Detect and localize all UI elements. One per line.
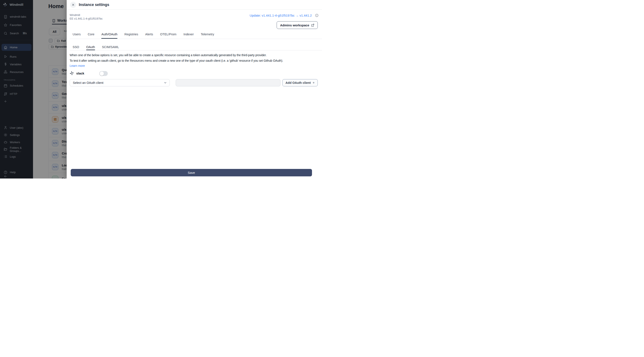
external-link-icon [311, 24, 314, 27]
subtab-sso[interactable]: SSO [72, 42, 79, 50]
oauth-client-input[interactable] [176, 79, 280, 86]
tab-telemetry[interactable]: Telemetry [201, 31, 214, 39]
drawer-header: Instance settings [67, 0, 322, 9]
subtab-scim-saml[interactable]: SCIM/SAML [102, 42, 119, 50]
description-line-1: When one of the below options is set, yo… [70, 53, 316, 57]
instance-version: EE v1.441.1-4-g51f5197bc [70, 17, 103, 21]
chevron-down-icon [164, 81, 167, 84]
oauth-client-select[interactable]: Select an OAuth client [70, 79, 170, 86]
update-version-link[interactable]: Update: v1.441.1-4-g51f5197bc → v1.441.2 [250, 14, 312, 17]
info-icon[interactable] [315, 14, 318, 17]
tab-alerts[interactable]: Alerts [145, 31, 153, 39]
slack-oauth-toggle[interactable] [99, 71, 108, 76]
add-oauth-client-label: Add OAuth client [286, 81, 311, 84]
add-oauth-client-button[interactable]: Add OAuth client + [282, 79, 318, 86]
subtab-oauth[interactable]: OAuth [86, 42, 95, 50]
learn-more-link[interactable]: Learn more [70, 64, 85, 67]
oauth-client-select-value: Select an OAuth client [73, 81, 164, 84]
slack-label: slack [76, 71, 84, 75]
instance-settings-drawer: Instance settings Windmill EE v1.441.1-4… [67, 0, 322, 178]
tab-auth-oauth[interactable]: Auth/OAuth [101, 31, 117, 39]
tab-core[interactable]: Core [88, 31, 94, 39]
settings-tabs: Users Core Auth/OAuth Registries Alerts … [70, 31, 322, 39]
instance-meta: Windmill EE v1.441.1-4-g51f5197bc [70, 13, 103, 20]
close-icon [72, 3, 74, 6]
toggle-knob [100, 71, 104, 76]
tab-otel-prom[interactable]: OTEL/Prom [160, 31, 176, 39]
slack-oauth-row: slack [70, 71, 84, 75]
slack-icon [70, 71, 74, 75]
close-button[interactable] [70, 2, 76, 8]
plus-icon: + [313, 81, 314, 85]
tab-users[interactable]: Users [72, 31, 81, 39]
instance-name: Windmill [70, 13, 103, 17]
drawer-title: Instance settings [79, 2, 109, 7]
save-button[interactable]: Save [71, 169, 312, 176]
admins-workspace-label: Admins workspace [280, 23, 309, 27]
auth-subtabs: SSO OAuth SCIM/SAML [70, 42, 322, 50]
tab-indexer[interactable]: Indexer [183, 31, 194, 39]
admins-workspace-button[interactable]: Admins workspace [277, 21, 318, 29]
update-row: Update: v1.441.1-4-g51f5197bc → v1.441.2 [250, 14, 318, 17]
app-root: Windmill windmill-labs Favorites [0, 0, 322, 178]
description-line-2: To test it after setting an oauth client… [70, 59, 316, 62]
tab-registries[interactable]: Registries [124, 31, 138, 39]
